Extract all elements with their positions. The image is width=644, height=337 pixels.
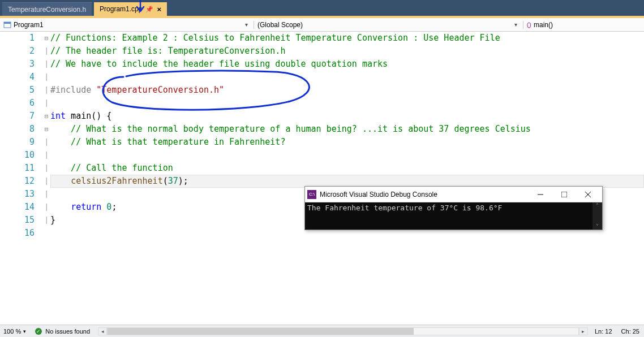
issues-text: No issues found [45,328,90,335]
document-tab-bar: TemperatureConversion.h Program1.cpp 📌 × [0,0,644,16]
scroll-up-icon[interactable]: ˄ [596,202,599,209]
scroll-down-icon[interactable]: ˅ [596,223,599,230]
code-text: celsius2Fahrenheit [71,176,163,186]
code-text: // We have to include the header file us… [50,59,388,69]
console-output[interactable]: The Fahrenheit temperature of 37°C is 98… [305,202,602,230]
code-text: // What is that temperature in Fahrenhei… [50,137,285,147]
code-text: ); [178,176,188,186]
scroll-thumb[interactable] [108,328,414,335]
console-titlebar[interactable]: C:\ Microsoft Visual Studio Debug Consol… [305,187,602,202]
code-text: "TemperatureConversion.h" [96,85,224,95]
zoom-value: 100 % [3,328,21,335]
code-text: return [71,202,101,212]
code-text [50,176,71,186]
method-icon: ⬯ [527,21,531,29]
minimize-button[interactable] [529,187,552,202]
zoom-selector[interactable]: 100 % ▾ [0,328,29,335]
maximize-button[interactable] [552,187,576,202]
console-scrollbar[interactable]: ˄ ˅ [593,202,602,230]
code-content[interactable]: // Functions: Example 2 : Celsius to Fah… [50,32,644,321]
code-text: #include [50,85,96,95]
tab-temperatureconversion-h[interactable]: TemperatureConversion.h [2,2,92,16]
scroll-right-icon[interactable]: ▸ [579,327,588,335]
close-icon[interactable]: × [157,5,161,14]
code-text: 37 [168,176,178,186]
code-text: int [50,111,66,121]
tab-program1-cpp[interactable]: Program1.cpp 📌 × [94,2,167,16]
cursor-line[interactable]: Ln: 12 [590,328,617,335]
console-title-text: Microsoft Visual Studio Debug Console [320,191,437,198]
chevron-down-icon: ▾ [23,329,26,334]
status-bar: 100 % ▾ ✓ No issues found ◂ ▸ Ln: 12 Ch:… [0,325,644,337]
scroll-left-icon[interactable]: ◂ [98,327,107,335]
cursor-char[interactable]: Ch: 25 [617,328,644,335]
check-icon: ✓ [35,328,42,335]
code-text: () { [91,111,111,121]
pin-icon[interactable]: 📌 [145,6,153,13]
code-text: main [66,111,91,121]
tab-label: Program1.cpp [100,5,142,13]
horizontal-scrollbar[interactable]: ◂ ▸ [96,327,590,335]
code-text: // The header file is: TemperatureConver… [50,46,285,56]
line-number-gutter: 1234 5678 9101112 13141516 [0,32,42,321]
svg-rect-3 [561,192,567,197]
code-text: ( [163,176,168,186]
code-text: // What is the normal body temperature o… [50,124,531,134]
tab-label: TemperatureConversion.h [8,6,86,14]
code-text: // Functions: Example 2 : Celsius to Fah… [50,33,500,43]
project-icon [3,21,11,28]
code-text: } [50,215,55,225]
navigation-bar: Program1 ▾ (Global Scope) ▾ ⬯ main() [0,18,644,32]
code-text: ; [111,202,117,212]
scope-label: main() [534,21,553,29]
fold-column[interactable]: ⊟│││││⊟⊟ │││││││ [42,32,50,321]
scope-function-dropdown[interactable]: ⬯ main() [523,21,644,29]
console-app-icon: C:\ [307,190,316,199]
code-text [101,202,106,212]
scope-label: Program1 [14,21,44,29]
chevron-down-icon: ▾ [243,21,250,28]
scroll-track[interactable] [107,327,579,335]
debug-console-window[interactable]: C:\ Microsoft Visual Studio Debug Consol… [304,186,603,230]
scope-project-dropdown[interactable]: Program1 ▾ [0,21,254,29]
console-output-text: The Fahrenheit temperature of 37°C is 98… [307,204,502,212]
svg-rect-1 [4,22,11,24]
close-button[interactable] [576,187,600,202]
issues-indicator[interactable]: ✓ No issues found [29,328,96,335]
code-editor[interactable]: 1234 5678 9101112 13141516 ⊟│││││⊟⊟ ││││… [0,32,644,321]
scope-label: (Global Scope) [257,21,303,29]
code-text: // Call the function [50,163,173,173]
chevron-down-icon: ▾ [512,21,520,28]
code-text [50,202,71,212]
scope-global-dropdown[interactable]: (Global Scope) ▾ [254,21,523,29]
